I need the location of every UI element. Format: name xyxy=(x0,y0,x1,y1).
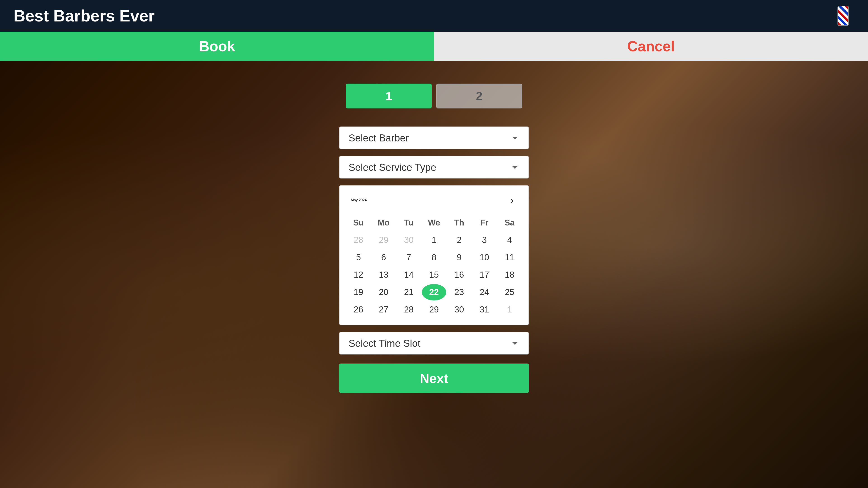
calendar-day[interactable]: 15 xyxy=(422,267,446,283)
calendar-day[interactable]: 21 xyxy=(397,284,421,300)
calendar-day[interactable]: 29 xyxy=(371,232,396,248)
calendar-day[interactable]: 27 xyxy=(371,301,396,318)
day-header-tu: Tu xyxy=(397,215,421,231)
step-1-label: 1 xyxy=(385,89,392,103)
calendar-day[interactable]: 28 xyxy=(346,232,370,248)
calendar-day[interactable]: 26 xyxy=(346,301,370,318)
calendar-day[interactable]: 2 xyxy=(447,232,471,248)
calendar-day[interactable]: 20 xyxy=(371,284,396,300)
day-header-mo: Mo xyxy=(371,215,396,231)
barber-pole-icon xyxy=(837,6,849,26)
calendar-day[interactable]: 12 xyxy=(346,267,370,283)
select-barber-dropdown[interactable]: Select Barber xyxy=(339,127,529,149)
day-header-sa: Sa xyxy=(498,215,522,231)
calendar-day[interactable]: 1 xyxy=(422,232,446,248)
calendar-day[interactable]: 16 xyxy=(447,267,471,283)
calendar-day[interactable]: 25 xyxy=(498,284,522,300)
next-button[interactable]: Next xyxy=(339,363,529,393)
step-1-button[interactable]: 1 xyxy=(346,84,432,108)
day-header-fr: Fr xyxy=(472,215,496,231)
day-header-we: We xyxy=(422,215,446,231)
logo-container xyxy=(832,4,855,27)
step-2-button[interactable]: 2 xyxy=(436,84,522,108)
day-header-su: Su xyxy=(346,215,370,231)
cancel-tab-label: Cancel xyxy=(627,38,675,55)
select-service-dropdown[interactable]: Select Service Type xyxy=(339,156,529,178)
calendar-day[interactable]: 9 xyxy=(447,249,471,266)
calendar-day[interactable]: 29 xyxy=(422,301,446,318)
nav-tabs: Book Cancel xyxy=(0,32,868,61)
calendar-day[interactable]: 19 xyxy=(346,284,370,300)
day-header-th: Th xyxy=(447,215,471,231)
calendar-day[interactable]: 10 xyxy=(472,249,496,266)
cancel-tab[interactable]: Cancel xyxy=(434,32,868,61)
calendar-title: May 2024 xyxy=(351,198,367,202)
calendar-day[interactable]: 23 xyxy=(447,284,471,300)
calendar-day[interactable]: 5 xyxy=(346,249,370,266)
calendar-day-today[interactable]: 22 xyxy=(422,284,446,300)
booking-form: Select Barber Select Service Type May 20… xyxy=(339,127,529,393)
header: Best Barbers Ever xyxy=(0,0,868,32)
calendar-day[interactable]: 28 xyxy=(397,301,421,318)
calendar-day[interactable]: 8 xyxy=(422,249,446,266)
app-title: Best Barbers Ever xyxy=(13,6,832,25)
calendar-day[interactable]: 17 xyxy=(472,267,496,283)
calendar-day[interactable]: 14 xyxy=(397,267,421,283)
step-2-label: 2 xyxy=(476,89,483,103)
book-tab[interactable]: Book xyxy=(0,32,434,61)
calendar-day[interactable]: 31 xyxy=(472,301,496,318)
select-timeslot-dropdown[interactable]: Select Time Slot xyxy=(339,332,529,355)
main-content: 1 2 Select Barber Select Service Type Ma… xyxy=(0,61,868,488)
calendar-header: May 2024 › xyxy=(346,193,522,208)
step-indicators: 1 2 xyxy=(346,84,522,108)
calendar-day[interactable]: 30 xyxy=(397,232,421,248)
calendar-day[interactable]: 1 xyxy=(498,301,522,318)
book-tab-label: Book xyxy=(199,38,235,55)
calendar-day[interactable]: 11 xyxy=(498,249,522,266)
calendar-day[interactable]: 3 xyxy=(472,232,496,248)
calendar-day[interactable]: 4 xyxy=(498,232,522,248)
calendar-day[interactable]: 18 xyxy=(498,267,522,283)
calendar-day[interactable]: 13 xyxy=(371,267,396,283)
calendar-next-button[interactable]: › xyxy=(506,193,517,208)
calendar-day[interactable]: 30 xyxy=(447,301,471,318)
calendar-day[interactable]: 24 xyxy=(472,284,496,300)
calendar-grid: Su Mo Tu We Th Fr Sa 28 29 30 1 2 3 4 5 … xyxy=(346,215,522,318)
calendar: May 2024 › Su Mo Tu We Th Fr Sa 28 29 30… xyxy=(339,185,529,325)
calendar-day[interactable]: 7 xyxy=(397,249,421,266)
calendar-day[interactable]: 6 xyxy=(371,249,396,266)
